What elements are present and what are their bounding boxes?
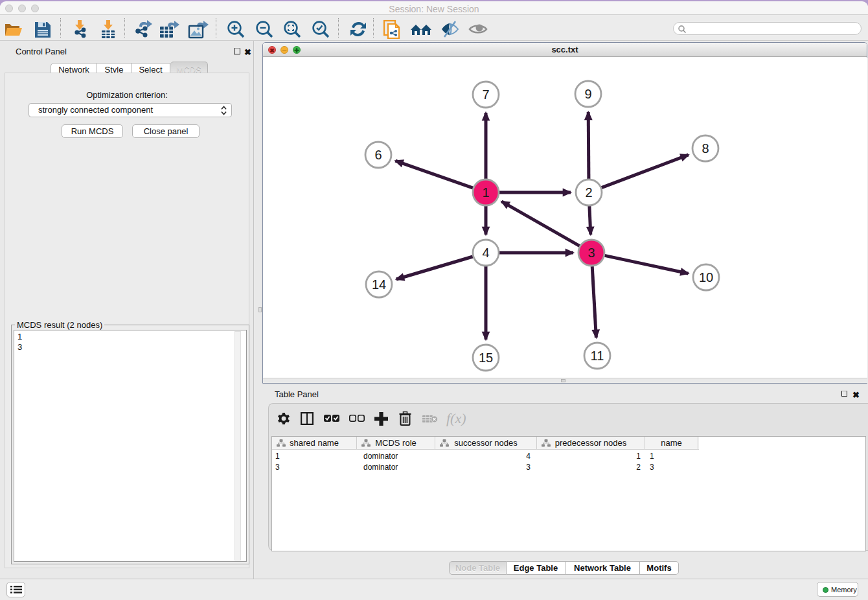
svg-text:2: 2 [585, 185, 592, 200]
svg-text:14: 14 [372, 277, 386, 292]
svg-text:8: 8 [702, 141, 709, 156]
svg-text:7: 7 [482, 87, 489, 102]
svg-text:1: 1 [482, 185, 489, 200]
svg-text:4: 4 [482, 246, 489, 260]
svg-text:11: 11 [591, 349, 604, 363]
svg-text:15: 15 [479, 351, 493, 365]
svg-text:3: 3 [588, 246, 595, 260]
svg-text:10: 10 [699, 270, 713, 284]
svg-text:6: 6 [374, 148, 382, 162]
svg-text:9: 9 [584, 87, 591, 101]
